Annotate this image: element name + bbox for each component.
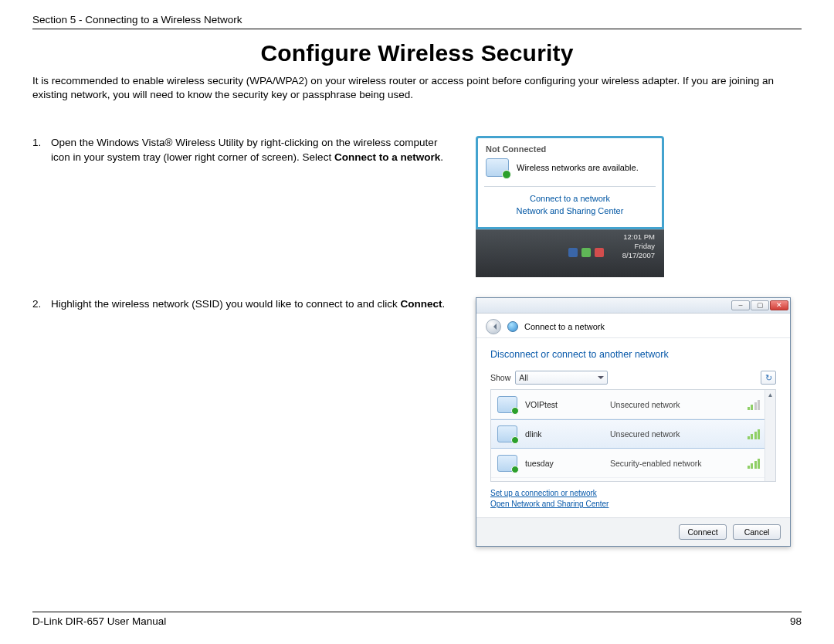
network-ssid: dlink	[525, 429, 602, 439]
network-ssid: tuesday	[525, 459, 602, 468]
section-header: Section 5 - Connecting to a Wireless Net…	[32, 14, 802, 25]
dialog-title: Connect to a network	[524, 322, 605, 331]
network-ssid: VOIPtest	[525, 400, 602, 409]
network-type: Security-enabled network	[610, 459, 740, 468]
connect-button[interactable]: Connect	[679, 524, 727, 540]
network-flyout: Not Connected Wireless networks are avai…	[476, 136, 664, 229]
network-row[interactable]: VOIPtest Unsecured network	[491, 390, 775, 419]
tray-icons-right	[568, 248, 604, 257]
network-type: Unsecured network	[610, 429, 740, 439]
step-1-text: 1. Open the Windows Vista® Wireless Util…	[32, 136, 449, 164]
dialog-header: Connect to a network	[476, 314, 790, 338]
drussian-button-bar: Connect Cancel	[476, 517, 790, 546]
step-1-body: Open the Windows Vista® Wireless Utility…	[51, 136, 449, 164]
refresh-button[interactable]: ↻	[761, 371, 776, 385]
networks-available-text: Wireless networks are available.	[517, 163, 639, 172]
step-2-bold: Connect	[400, 298, 442, 310]
step-1-screenshot: Not Connected Wireless networks are avai…	[468, 136, 802, 277]
network-row-selected[interactable]: dlink Unsecured network	[491, 419, 775, 449]
step-1-part-b: .	[440, 151, 443, 163]
step-2-row: 2. Highlight the wireless network (SSID)…	[32, 297, 802, 547]
scroll-up-icon[interactable]: ▲	[765, 390, 775, 400]
step-2-number: 2.	[32, 297, 46, 311]
network-sharing-center-link[interactable]: Network and Sharing Center	[483, 205, 657, 218]
step-2-part-b: .	[442, 298, 445, 310]
network-row[interactable]: tuesday Security-enabled network	[491, 449, 775, 478]
network-icon	[497, 455, 517, 472]
tray-icon[interactable]	[581, 248, 591, 257]
footer-rule	[32, 612, 802, 612]
setup-connection-link[interactable]: Set up a connection or network	[490, 488, 776, 499]
tray-popup-screenshot: Not Connected Wireless networks are avai…	[476, 136, 664, 277]
cancel-button[interactable]: Cancel	[733, 524, 781, 540]
signal-bars-icon	[748, 429, 761, 439]
show-dropdown[interactable]: All	[515, 371, 608, 385]
taskbar: 12:01 PM Friday 8/17/2007	[476, 229, 664, 277]
step-1-number: 1.	[32, 136, 46, 164]
minimize-button[interactable]: –	[731, 300, 750, 310]
signal-bars-icon	[748, 458, 761, 469]
footer-manual-name: D-Link DIR-657 User Manual	[32, 615, 166, 627]
step-1-bold: Connect to a network	[334, 151, 440, 163]
scrollbar[interactable]: ▲	[764, 390, 775, 481]
clock-time: 12:01 PM	[622, 232, 655, 242]
dialog-heading: Disconnect or connect to another network	[490, 349, 776, 360]
back-button[interactable]	[486, 319, 501, 334]
page-footer: D-Link DIR-657 User Manual 98	[32, 612, 802, 627]
network-type: Unsecured network	[610, 400, 740, 409]
step-2-text: 2. Highlight the wireless network (SSID)…	[32, 297, 449, 311]
network-icon	[497, 425, 517, 442]
clock-date: 8/17/2007	[622, 251, 655, 260]
signal-bars-icon	[748, 399, 761, 410]
globe-icon	[507, 321, 518, 332]
step-2-part-a: Highlight the wireless network (SSID) yo…	[51, 298, 400, 310]
connect-to-network-link[interactable]: Connect to a network	[483, 193, 657, 205]
tray-icon[interactable]	[595, 248, 604, 257]
step-2-body: Highlight the wireless network (SSID) yo…	[51, 297, 449, 311]
footer-page-number: 98	[790, 615, 802, 627]
network-list: ▲ VOIPtest Unsecured network dlink Unsec…	[490, 389, 776, 482]
step-1-row: 1. Open the Windows Vista® Wireless Util…	[32, 136, 802, 277]
open-sharing-center-link[interactable]: Open Network and Sharing Center	[490, 499, 776, 510]
page-title: Configure Wireless Security	[32, 40, 802, 66]
maximize-button[interactable]: ▢	[751, 300, 769, 310]
intro-paragraph: It is recommended to enable wireless sec…	[32, 74, 802, 102]
tray-icon[interactable]	[568, 248, 578, 257]
connect-network-dialog: – ▢ ✕ Connect to a network Disconnect or…	[476, 297, 791, 547]
clock-day: Friday	[622, 242, 655, 251]
step-2-screenshot: – ▢ ✕ Connect to a network Disconnect or…	[468, 297, 802, 547]
connection-status: Not Connected	[486, 144, 654, 154]
close-button[interactable]: ✕	[770, 300, 788, 310]
header-rule	[32, 29, 802, 29]
show-filter-row: Show All ↻	[490, 371, 776, 385]
dialog-titlebar: – ▢ ✕	[476, 298, 790, 314]
network-icon	[486, 158, 509, 177]
network-icon	[497, 396, 517, 413]
dialog-bottom-links: Set up a connection or network Open Netw…	[490, 488, 776, 510]
show-label: Show	[490, 373, 510, 382]
system-clock[interactable]: 12:01 PM Friday 8/17/2007	[622, 232, 655, 260]
